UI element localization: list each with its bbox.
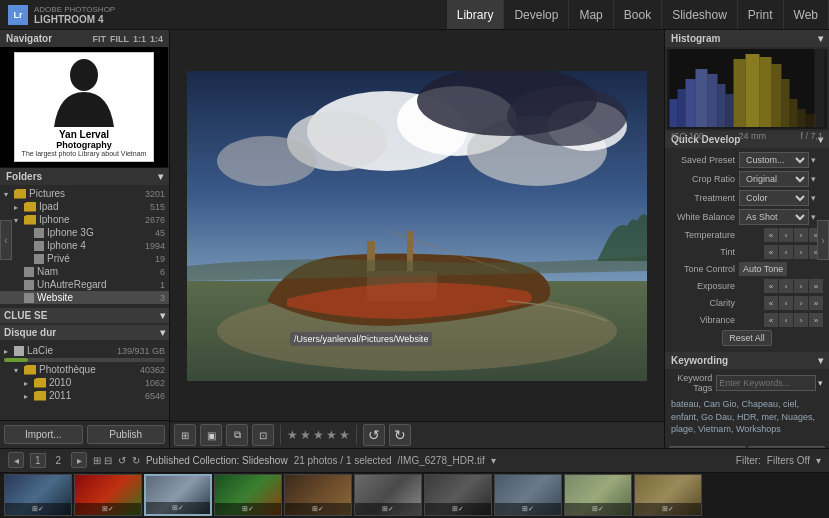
white-balance-select[interactable]: As Shot	[739, 209, 809, 225]
list-item[interactable]: ▾ Pictures 3201	[0, 187, 169, 200]
film-thumb[interactable]: ⊞✓	[634, 474, 702, 516]
histogram-header[interactable]: Histogram ▾	[665, 30, 829, 47]
list-item[interactable]: ▸ Privé 19	[0, 252, 169, 265]
list-item[interactable]: ▸ 2010 1062	[0, 376, 169, 389]
filter-dropdown[interactable]: ▾	[816, 455, 821, 466]
film-thumb[interactable]: ⊞✓	[494, 474, 562, 516]
tint-dec-dec[interactable]: «	[764, 245, 778, 259]
film-thumb[interactable]: ⊞✓	[284, 474, 352, 516]
compare-view-button[interactable]: ⧉	[226, 424, 248, 446]
nav-expand-icons[interactable]: ⊞ ⊟	[93, 455, 112, 466]
right-panel-toggle[interactable]: ›	[817, 220, 829, 260]
list-item[interactable]: ▸ Website 3	[0, 291, 169, 304]
sync-settings-button[interactable]: Sync Settings	[748, 446, 825, 448]
nav-fit[interactable]: FIT	[92, 34, 106, 44]
svg-rect-22	[718, 84, 726, 127]
tint-dec[interactable]: ‹	[779, 245, 793, 259]
treatment-btn[interactable]: ▾	[811, 193, 816, 203]
star-5[interactable]: ★	[339, 428, 350, 442]
star-3[interactable]: ★	[313, 428, 324, 442]
clarity-dec[interactable]: ‹	[779, 296, 793, 310]
navigator-header[interactable]: Navigator FIT FILL 1:1 1:4	[0, 30, 169, 47]
folders-header[interactable]: Folders ▾	[0, 168, 169, 185]
clarity-dec-dec[interactable]: «	[764, 296, 778, 310]
star-rating[interactable]: ★ ★ ★ ★ ★	[287, 428, 350, 442]
film-thumb[interactable]: ⊞✓	[144, 474, 212, 516]
page-nav-next[interactable]: ▸	[71, 452, 87, 468]
temp-inc[interactable]: ›	[794, 228, 808, 242]
publish-button[interactable]: Publish	[87, 425, 166, 444]
nav-book[interactable]: Book	[614, 0, 662, 29]
exp-dec[interactable]: ‹	[779, 279, 793, 293]
film-thumb[interactable]: ⊞✓	[354, 474, 422, 516]
star-4[interactable]: ★	[326, 428, 337, 442]
film-thumb[interactable]: ⊞✓	[74, 474, 142, 516]
crop-ratio-select[interactable]: Original	[739, 171, 809, 187]
list-item[interactable]: ▾ Iphone 2676	[0, 213, 169, 226]
nav-rotate-right[interactable]: ↻	[132, 455, 140, 466]
saved-preset-btn[interactable]: ▾	[811, 155, 816, 165]
exp-dec-dec[interactable]: «	[764, 279, 778, 293]
grid-view-button[interactable]: ⊞	[174, 424, 196, 446]
star-1[interactable]: ★	[287, 428, 298, 442]
list-item[interactable]: ▸ LaCie 139/931 GB	[0, 344, 169, 357]
list-item[interactable]: ▸ Nam 6	[0, 265, 169, 278]
sync-button[interactable]: Sync...	[669, 446, 746, 448]
auto-tone-button[interactable]: Auto Tone	[739, 262, 787, 276]
exp-inc[interactable]: ›	[794, 279, 808, 293]
reset-all-button[interactable]: Reset All	[722, 330, 772, 346]
clarity-inc[interactable]: ›	[794, 296, 808, 310]
import-button[interactable]: Import...	[4, 425, 83, 444]
main-image-area[interactable]: /Users/yanlerval/Pictures/Website	[170, 30, 664, 421]
keyword-tags-input[interactable]	[716, 375, 816, 391]
survey-view-button[interactable]: ⊡	[252, 424, 274, 446]
saved-preset-select[interactable]: Custom...	[739, 152, 809, 168]
list-item[interactable]: ▸ Iphone 4 1994	[0, 239, 169, 252]
wb-btn[interactable]: ▾	[811, 212, 816, 222]
vib-inc[interactable]: ›	[794, 313, 808, 327]
nav-1-1[interactable]: 1:1	[133, 34, 146, 44]
list-item[interactable]: ▾ Photothèque 40362	[0, 363, 169, 376]
left-panel-toggle[interactable]: ‹	[0, 220, 12, 260]
keywording-header[interactable]: Keywording ▾	[665, 352, 829, 369]
vib-inc-inc[interactable]: »	[809, 313, 823, 327]
nav-web[interactable]: Web	[784, 0, 829, 29]
list-item[interactable]: ▸ Ipad 515	[0, 200, 169, 213]
clarity-inc-inc[interactable]: »	[809, 296, 823, 310]
treatment-select[interactable]: Color	[739, 190, 809, 206]
list-item[interactable]: ▸ Iphone 3G 45	[0, 226, 169, 239]
temp-dec[interactable]: ‹	[779, 228, 793, 242]
star-2[interactable]: ★	[300, 428, 311, 442]
temp-dec-dec[interactable]: «	[764, 228, 778, 242]
film-thumb[interactable]: ⊞✓	[214, 474, 282, 516]
clue-section[interactable]: CLUE SE ▾	[0, 308, 169, 323]
page-nav-prev[interactable]: ◂	[8, 452, 24, 468]
nav-rotate-left[interactable]: ↺	[118, 455, 126, 466]
list-item[interactable]: ▸ UnAutreRegard 1	[0, 278, 169, 291]
film-thumb[interactable]: ⊞✓	[564, 474, 632, 516]
nav-slideshow[interactable]: Slideshow	[662, 0, 738, 29]
nav-map[interactable]: Map	[569, 0, 613, 29]
tint-inc[interactable]: ›	[794, 245, 808, 259]
vib-dec[interactable]: ‹	[779, 313, 793, 327]
nav-1-4[interactable]: 1:4	[150, 34, 163, 44]
rotate-left-button[interactable]: ↺	[363, 424, 385, 446]
crop-ratio-btn[interactable]: ▾	[811, 174, 816, 184]
nav-library[interactable]: Library	[447, 0, 505, 29]
film-thumb[interactable]: ⊞✓	[424, 474, 492, 516]
nav-fill[interactable]: FILL	[110, 34, 129, 44]
nav-develop[interactable]: Develop	[504, 0, 569, 29]
keyword-btn[interactable]: ▾	[818, 378, 823, 388]
list-item[interactable]: ▸ 2011 6546	[0, 389, 169, 402]
dropdown-arrow[interactable]: ▾	[491, 455, 496, 466]
loupe-view-button[interactable]: ▣	[200, 424, 222, 446]
vib-dec-dec[interactable]: «	[764, 313, 778, 327]
focal-length: 24 mm	[739, 131, 767, 141]
clarity-controls: « ‹ › »	[764, 296, 823, 310]
exp-inc-inc[interactable]: »	[809, 279, 823, 293]
film-thumb[interactable]: ⊞✓	[4, 474, 72, 516]
rotate-right-button[interactable]: ↻	[389, 424, 411, 446]
folder-count: 40362	[140, 365, 165, 375]
nav-print[interactable]: Print	[738, 0, 784, 29]
disque-dur-section[interactable]: Disque dur ▾	[0, 325, 169, 340]
